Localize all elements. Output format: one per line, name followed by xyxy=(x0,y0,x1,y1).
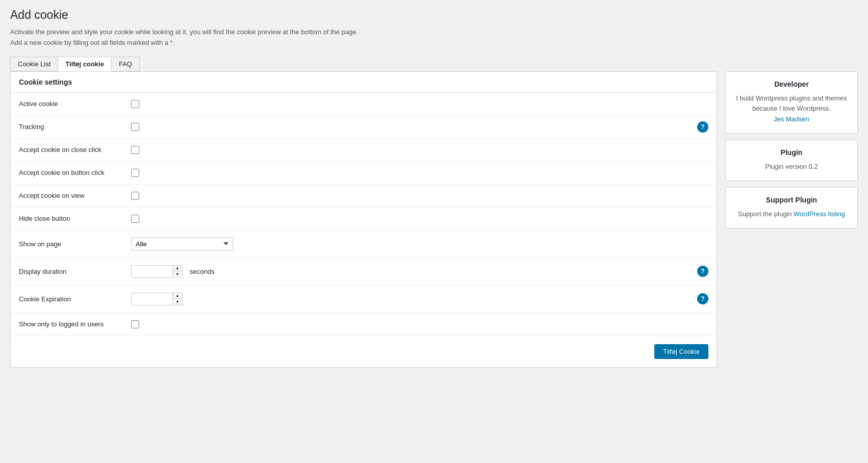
checkbox-logged-in[interactable] xyxy=(131,320,139,328)
label-show-on-page: Show on page xyxy=(19,240,131,248)
row-accept-view: Accept cookie on view xyxy=(11,185,717,208)
checkbox-active-cookie[interactable] xyxy=(131,100,139,108)
submit-row: Tilføj Cookie xyxy=(11,336,717,367)
spinner-down-display-duration[interactable]: ▼ xyxy=(173,271,182,277)
row-accept-close: Accept cookie on close click xyxy=(11,139,717,162)
number-input-cookie-expiration: ▲ ▼ xyxy=(131,293,183,305)
widget-support: Support Plugin Support the plugin WordPr… xyxy=(725,187,858,228)
checkbox-accept-button[interactable] xyxy=(131,169,139,177)
submit-button[interactable]: Tilføj Cookie xyxy=(654,344,708,359)
description-line1: Activate the preview and style your cook… xyxy=(10,28,358,36)
settings-table: Active cookie Tracking ? Accept cookie o… xyxy=(11,93,717,336)
checkbox-accept-close[interactable] xyxy=(131,146,139,154)
tab-faq[interactable]: FAQ xyxy=(111,57,140,71)
control-active-cookie xyxy=(131,100,708,108)
label-accept-close: Accept cookie on close click xyxy=(19,146,131,153)
row-logged-in: Show only to logged in users xyxy=(11,313,717,336)
control-accept-close xyxy=(131,146,708,154)
panel-header-title: Cookie settings xyxy=(19,78,72,86)
tab-tilfoj-cookie[interactable]: Tilføj cookie xyxy=(58,57,112,71)
spinner-up-display-duration[interactable]: ▲ xyxy=(173,266,182,271)
widget-plugin-title: Plugin xyxy=(734,148,849,157)
label-hide-close: Hide close button xyxy=(19,215,131,222)
spinner-up-cookie-expiration[interactable]: ▲ xyxy=(173,293,182,299)
widget-developer: Developer I build Wordpress plugins and … xyxy=(725,71,858,134)
input-cookie-expiration[interactable] xyxy=(132,293,172,305)
label-logged-in: Show only to logged in users xyxy=(19,320,131,328)
spinner-down-cookie-expiration[interactable]: ▼ xyxy=(173,299,182,304)
help-icon-tracking[interactable]: ? xyxy=(697,121,708,133)
control-accept-button xyxy=(131,169,708,177)
input-display-duration[interactable] xyxy=(132,266,172,277)
control-display-duration: ▲ ▼ seconds xyxy=(131,265,708,278)
row-cookie-expiration: Cookie Expiration ▲ ▼ ? xyxy=(11,286,717,313)
control-accept-view xyxy=(131,192,708,200)
row-active-cookie: Active cookie xyxy=(11,93,717,116)
row-show-on-page: Show on page Alle xyxy=(11,230,717,258)
label-cookie-expiration: Cookie Expiration xyxy=(19,295,131,303)
help-icon-display-duration[interactable]: ? xyxy=(697,266,708,277)
help-icon-cookie-expiration[interactable]: ? xyxy=(697,293,708,304)
number-input-display-duration: ▲ ▼ xyxy=(131,265,183,278)
seconds-label: seconds xyxy=(190,268,214,275)
control-show-on-page: Alle xyxy=(131,238,708,250)
label-active-cookie: Active cookie xyxy=(19,100,131,108)
checkbox-tracking[interactable] xyxy=(131,123,139,131)
row-tracking: Tracking ? xyxy=(11,116,717,139)
label-display-duration: Display duration xyxy=(19,268,131,275)
main-panel: Cookie settings Active cookie Tracking xyxy=(10,71,717,368)
page-wrapper: Add cookie Activate the preview and styl… xyxy=(0,0,868,376)
panel-header: Cookie settings xyxy=(11,72,717,93)
row-hide-close: Hide close button xyxy=(11,208,717,230)
control-tracking xyxy=(131,123,708,131)
widget-developer-desc: I build Wordpress plugins and themes bec… xyxy=(736,94,847,113)
spinner-cookie-expiration: ▲ ▼ xyxy=(172,293,182,305)
checkbox-accept-view[interactable] xyxy=(131,192,139,200)
control-logged-in xyxy=(131,320,708,328)
sidebar: Developer I build Wordpress plugins and … xyxy=(725,71,858,368)
checkbox-hide-close[interactable] xyxy=(131,215,139,223)
widget-support-link[interactable]: WordPress listing xyxy=(794,210,845,218)
control-cookie-expiration: ▲ ▼ xyxy=(131,293,708,305)
widget-developer-text: I build Wordpress plugins and themes bec… xyxy=(734,93,849,125)
page-title: Add cookie xyxy=(10,8,858,22)
widget-developer-title: Developer xyxy=(734,80,849,88)
row-accept-button: Accept cookie on button click xyxy=(11,162,717,185)
spinner-display-duration: ▲ ▼ xyxy=(172,266,182,277)
tab-cookie-list[interactable]: Cookie List xyxy=(10,57,58,71)
widget-support-desc: Support the plugin xyxy=(738,210,794,218)
select-show-on-page[interactable]: Alle xyxy=(131,238,233,250)
widget-plugin-text: Plugin version 0.2 xyxy=(734,162,849,172)
main-layout: Cookie settings Active cookie Tracking xyxy=(10,71,858,368)
widget-support-title: Support Plugin xyxy=(734,196,849,204)
tab-bar: Cookie List Tilføj cookie FAQ xyxy=(10,57,858,71)
label-accept-button: Accept cookie on button click xyxy=(19,169,131,176)
widget-support-text: Support the plugin WordPress listing xyxy=(734,209,849,220)
page-description: Activate the preview and style your cook… xyxy=(10,27,858,48)
widget-developer-link[interactable]: Jes Madsen xyxy=(774,115,809,123)
description-line2: Add a new cookie by filling out all fiel… xyxy=(10,39,174,46)
label-accept-view: Accept cookie on view xyxy=(19,192,131,199)
control-hide-close xyxy=(131,215,708,223)
widget-plugin: Plugin Plugin version 0.2 xyxy=(725,140,858,181)
label-tracking: Tracking xyxy=(19,123,131,131)
row-display-duration: Display duration ▲ ▼ seconds ? xyxy=(11,258,717,286)
